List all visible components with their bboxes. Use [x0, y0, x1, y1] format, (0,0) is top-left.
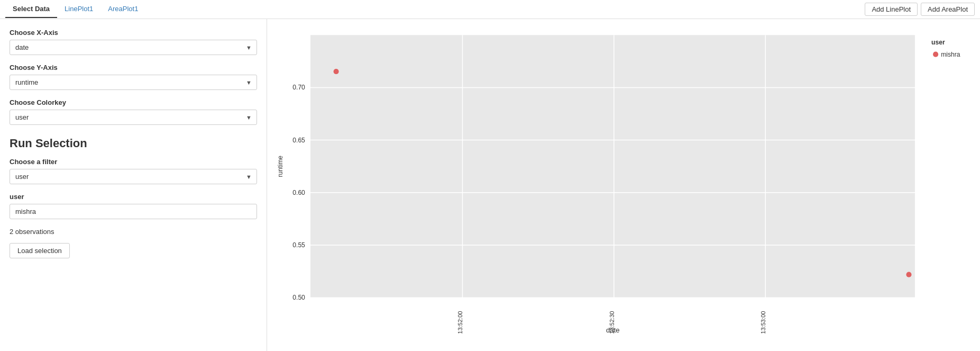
legend-title: user	[931, 39, 945, 46]
colorkey-group: Choose Colorkey user ▼	[10, 98, 257, 125]
user-filter-group: user	[10, 193, 257, 219]
filter-label: Choose a filter	[10, 158, 257, 166]
colorkey-select-wrapper: user ▼	[10, 110, 257, 125]
chart-area: 0.70 0.65 0.60 0.55 0.50 runtime 13:52:0…	[267, 19, 980, 351]
legend-icon-mishra	[933, 52, 938, 57]
xaxis-select[interactable]: date	[10, 40, 257, 55]
add-lineplot-button[interactable]: Add LinePlot	[865, 3, 918, 16]
top-nav: Select Data LinePlot1 AreaPlot1 Add Line…	[0, 0, 980, 19]
yaxis-label: Choose Y-Axis	[10, 64, 257, 71]
y-tick-0.60: 0.60	[292, 189, 305, 196]
chart-background	[310, 35, 915, 298]
scatter-chart: 0.70 0.65 0.60 0.55 0.50 runtime 13:52:0…	[272, 24, 969, 335]
filter-select-wrapper: user ▼	[10, 169, 257, 184]
y-tick-0.65: 0.65	[292, 137, 305, 144]
data-point-1	[334, 69, 339, 74]
filter-select[interactable]: user	[10, 169, 257, 184]
data-point-2	[906, 272, 911, 277]
yaxis-group: Choose Y-Axis runtime ▼	[10, 64, 257, 90]
x-tick-13-52-00: 13:52:00	[457, 311, 463, 334]
tab-lineplot1[interactable]: LinePlot1	[57, 1, 100, 18]
y-tick-0.50: 0.50	[292, 294, 305, 301]
xaxis-group: Choose X-Axis date ▼	[10, 29, 257, 55]
colorkey-select[interactable]: user	[10, 110, 257, 125]
tab-areaplot1[interactable]: AreaPlot1	[100, 1, 145, 18]
observations-count: 2 observations	[10, 228, 257, 236]
tab-select-data[interactable]: Select Data	[5, 1, 57, 18]
load-selection-button[interactable]: Load selection	[10, 243, 70, 258]
user-filter-input[interactable]	[10, 204, 257, 219]
chart-container: 0.70 0.65 0.60 0.55 0.50 runtime 13:52:0…	[272, 24, 969, 335]
y-axis-label: runtime	[277, 156, 284, 177]
xaxis-label: Choose X-Axis	[10, 29, 257, 37]
top-nav-buttons: Add LinePlot Add AreaPlot	[865, 3, 975, 16]
user-filter-label: user	[10, 193, 257, 201]
yaxis-select-wrapper: runtime ▼	[10, 75, 257, 90]
xaxis-select-wrapper: date ▼	[10, 40, 257, 55]
add-areaplot-button[interactable]: Add AreaPlot	[921, 3, 975, 16]
yaxis-select[interactable]: runtime	[10, 75, 257, 90]
x-axis-label: date	[606, 326, 620, 334]
run-selection-title: Run Selection	[10, 137, 257, 150]
x-tick-13-53-00: 13:53:00	[760, 311, 766, 334]
legend-label-mishra: mishra	[941, 51, 960, 58]
main-layout: Choose X-Axis date ▼ Choose Y-Axis runti…	[0, 19, 980, 351]
y-tick-0.70: 0.70	[292, 84, 305, 91]
y-tick-0.55: 0.55	[292, 241, 305, 249]
left-panel: Choose X-Axis date ▼ Choose Y-Axis runti…	[0, 19, 267, 351]
colorkey-label: Choose Colorkey	[10, 98, 257, 106]
filter-group: Choose a filter user ▼	[10, 158, 257, 184]
nav-tabs: Select Data LinePlot1 AreaPlot1	[5, 1, 145, 18]
